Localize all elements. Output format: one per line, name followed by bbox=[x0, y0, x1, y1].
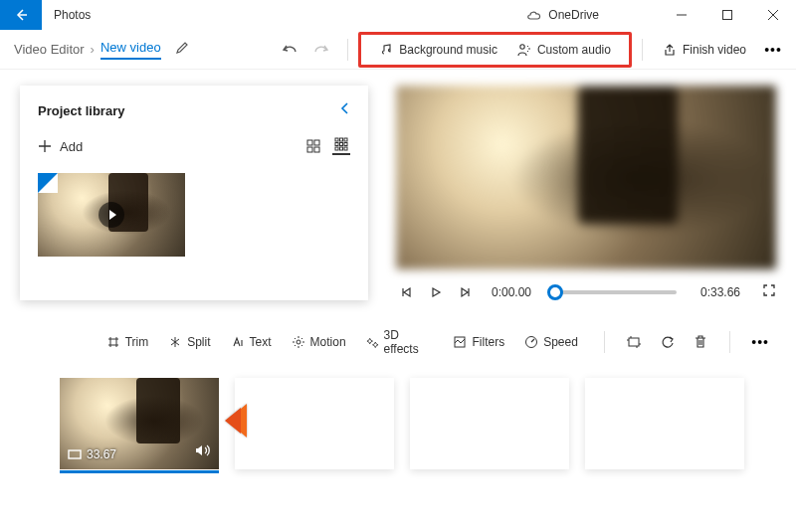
project-library-panel: Project library Add bbox=[20, 86, 368, 300]
storyboard: 33.67 bbox=[0, 362, 796, 491]
storyboard-clip[interactable]: 33.67 bbox=[60, 378, 219, 469]
close-button[interactable] bbox=[750, 0, 796, 30]
seek-thumb[interactable] bbox=[547, 284, 563, 300]
back-button[interactable] bbox=[0, 0, 42, 30]
clip-volume-button[interactable] bbox=[195, 443, 211, 461]
svg-rect-2 bbox=[307, 140, 312, 145]
filters-button[interactable]: Filters bbox=[445, 329, 512, 355]
filters-label: Filters bbox=[472, 335, 504, 349]
finish-video-button[interactable]: Finish video bbox=[653, 37, 756, 63]
text-icon bbox=[231, 335, 245, 349]
fullscreen-button[interactable] bbox=[762, 283, 776, 300]
svg-rect-3 bbox=[314, 140, 319, 145]
grid-small-button[interactable] bbox=[332, 137, 350, 155]
maximize-button[interactable] bbox=[704, 0, 750, 30]
rotate-icon bbox=[661, 335, 675, 349]
video-preview[interactable] bbox=[396, 86, 776, 269]
svg-rect-7 bbox=[340, 138, 343, 141]
trim-button[interactable]: Trim bbox=[99, 329, 157, 355]
minimize-button[interactable] bbox=[659, 0, 704, 30]
svg-rect-9 bbox=[335, 143, 338, 146]
redo-icon bbox=[312, 43, 330, 57]
split-button[interactable]: Split bbox=[160, 329, 218, 355]
grid-large-button[interactable] bbox=[304, 137, 322, 155]
prev-frame-button[interactable] bbox=[396, 286, 416, 298]
resize-button[interactable] bbox=[619, 335, 649, 349]
breadcrumb-current[interactable]: New video bbox=[100, 40, 161, 60]
storyboard-more-button[interactable]: ••• bbox=[744, 334, 776, 350]
library-clip[interactable] bbox=[38, 173, 185, 257]
playhead-icon bbox=[219, 404, 247, 438]
rotate-button[interactable] bbox=[653, 335, 683, 349]
divider bbox=[642, 39, 643, 61]
play-icon bbox=[430, 286, 442, 298]
library-title: Project library bbox=[38, 103, 124, 118]
storyboard-toolbar: Trim Split Text Motion 3D effects Filter… bbox=[0, 322, 796, 362]
clip-duration-badge: 33.67 bbox=[68, 447, 116, 461]
svg-rect-14 bbox=[344, 147, 347, 150]
motion-icon bbox=[292, 335, 305, 349]
svg-rect-5 bbox=[314, 147, 319, 152]
more-button[interactable]: ••• bbox=[756, 42, 790, 58]
3d-effects-label: 3D effects bbox=[384, 328, 434, 356]
svg-rect-13 bbox=[340, 147, 343, 150]
storyboard-empty-slot[interactable] bbox=[585, 378, 744, 469]
split-icon bbox=[168, 335, 182, 349]
crop-icon bbox=[626, 335, 642, 349]
undo-button[interactable] bbox=[274, 34, 305, 66]
export-icon bbox=[663, 43, 677, 57]
add-media-button[interactable]: Add bbox=[38, 139, 83, 154]
custom-audio-button[interactable]: Custom audio bbox=[507, 37, 621, 63]
trim-label: Trim bbox=[125, 335, 149, 349]
playhead-marker[interactable] bbox=[219, 404, 247, 442]
storyboard-empty-slot[interactable] bbox=[410, 378, 569, 469]
play-overlay-icon bbox=[99, 202, 124, 228]
arrow-left-icon bbox=[13, 7, 29, 23]
split-label: Split bbox=[187, 335, 210, 349]
step-back-icon bbox=[400, 286, 412, 298]
divider bbox=[347, 39, 348, 61]
custom-audio-label: Custom audio bbox=[537, 43, 611, 57]
svg-rect-19 bbox=[69, 450, 81, 458]
svg-rect-8 bbox=[344, 138, 347, 141]
rename-button[interactable] bbox=[175, 41, 189, 58]
time-current: 0:00.00 bbox=[492, 285, 531, 299]
new-badge-icon bbox=[38, 173, 58, 193]
close-icon bbox=[768, 10, 778, 20]
onedrive-status[interactable]: OneDrive bbox=[526, 8, 599, 22]
onedrive-label: OneDrive bbox=[548, 8, 599, 22]
divider bbox=[604, 331, 605, 353]
finish-video-label: Finish video bbox=[683, 43, 746, 57]
motion-button[interactable]: Motion bbox=[284, 329, 354, 355]
next-frame-button[interactable] bbox=[456, 286, 476, 298]
grid-2x2-icon bbox=[306, 139, 320, 153]
play-button[interactable] bbox=[426, 286, 446, 298]
svg-rect-12 bbox=[335, 147, 338, 150]
3d-effects-button[interactable]: 3D effects bbox=[358, 322, 442, 362]
svg-rect-4 bbox=[307, 147, 312, 152]
window-controls bbox=[659, 0, 796, 30]
svg-rect-10 bbox=[340, 143, 343, 146]
background-music-button[interactable]: Background music bbox=[369, 37, 507, 63]
command-bar: Video Editor › New video Background musi… bbox=[0, 30, 796, 70]
grid-3x3-icon bbox=[334, 137, 348, 151]
seek-bar[interactable] bbox=[555, 290, 677, 294]
minimize-icon bbox=[677, 10, 687, 20]
trim-icon bbox=[106, 335, 120, 349]
text-button[interactable]: Text bbox=[223, 329, 280, 355]
ellipsis-icon: ••• bbox=[764, 42, 782, 58]
collapse-library-button[interactable] bbox=[340, 101, 350, 119]
time-total: 0:33.66 bbox=[700, 285, 740, 299]
delete-button[interactable] bbox=[686, 335, 715, 349]
clip-progress-bar bbox=[60, 470, 219, 473]
svg-rect-11 bbox=[344, 143, 347, 146]
speed-button[interactable]: Speed bbox=[516, 329, 586, 355]
app-title: Photos bbox=[54, 8, 91, 22]
bg-music-label: Background music bbox=[399, 43, 498, 57]
add-label: Add bbox=[60, 139, 83, 154]
svg-point-1 bbox=[520, 44, 524, 48]
redo-button[interactable] bbox=[305, 34, 337, 66]
storyboard-empty-slot[interactable] bbox=[235, 378, 394, 469]
breadcrumb-root[interactable]: Video Editor bbox=[14, 42, 85, 57]
filters-icon bbox=[453, 335, 467, 349]
